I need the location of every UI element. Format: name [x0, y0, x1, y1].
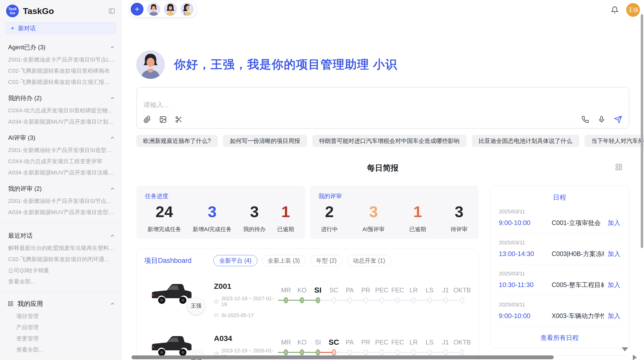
milestone-label: PEC	[374, 285, 390, 295]
send-icon[interactable]	[614, 115, 622, 124]
milestone-dot	[379, 297, 384, 303]
milestone: LS	[421, 285, 437, 304]
scissors-icon[interactable]	[175, 116, 183, 123]
attachment-icon[interactable]	[143, 116, 151, 123]
sidebar-item[interactable]: Z001-全新燃油轻卡产品开发项目SI造型提交物评审	[0, 147, 121, 153]
milestone: J1	[437, 285, 453, 304]
sidebar-item[interactable]: A034-全新新能源MUV产品开发项目法规符合性评审	[0, 170, 121, 175]
stat: 3 待评审	[451, 203, 467, 233]
milestone: MR	[278, 285, 294, 304]
stat: 3 AI预评审	[362, 203, 385, 233]
suggestion-chip[interactable]: 特朗普可能对进口汽车增税会对中国车企造成哪些影响	[312, 135, 466, 147]
recent-chat-item[interactable]: 查看全部...	[0, 279, 121, 284]
sidebar-item[interactable]: C02-飞腾新能源轻客改款项目立项汇报方案	[0, 79, 121, 85]
stat-label: 已逾期	[409, 226, 426, 233]
sidebar-item[interactable]: C0X4-动力总成开发项目SI里程碑提交物检查	[0, 108, 121, 113]
stat-value: 3	[362, 203, 385, 220]
insert-image-icon[interactable]	[159, 116, 167, 123]
new-chat-button[interactable]: 新对话	[6, 22, 116, 34]
schedule-item: 2025/03/11 13:00-14:30 C003|H0B-方案冻结评审 加…	[499, 234, 620, 265]
recent-chat-item[interactable]: 公司Q3轻卡销量	[0, 267, 121, 273]
milestone: PR	[358, 337, 374, 356]
app-item[interactable]: 产品管理	[0, 324, 121, 330]
sidebar-section-header[interactable]: 我的待办 (2)	[0, 94, 121, 102]
stat-label: 新增完成任务	[148, 226, 181, 233]
sidebar-item[interactable]: C0X4-动力总成开发项目工程变更评审	[0, 158, 121, 164]
recent-chat-item[interactable]: C02-飞腾新能源轻客改款项目的闭环通告反馈情况	[0, 256, 121, 262]
assistant-avatar	[136, 50, 165, 79]
contact-avatar-2[interactable]	[164, 3, 177, 16]
grid-icon	[8, 301, 13, 307]
milestone: SI	[310, 337, 326, 356]
suggestion-chip[interactable]: 当下年轻人对汽车外观有怎样的喜好趋势	[584, 135, 644, 147]
scroll-down-arrow[interactable]	[622, 347, 628, 351]
schedule-date: 2025/03/11	[499, 239, 620, 246]
milestone: PEC	[374, 337, 390, 356]
microphone-icon[interactable]	[598, 116, 605, 123]
horizontal-scrollbar[interactable]	[131, 355, 554, 359]
user-avatar[interactable]: 王强	[626, 3, 640, 17]
stat: 24 新增完成任务	[148, 203, 181, 233]
app-item[interactable]: 项目管理	[0, 313, 121, 319]
recent-chats-header[interactable]: 最近对话	[0, 232, 121, 240]
sidebar-item[interactable]: C02-飞腾新能源轻客改款项目里程碑画布	[0, 68, 121, 74]
filter-chip[interactable]: 动总开发 (1)	[347, 255, 391, 266]
join-meeting-link[interactable]: 加入	[608, 312, 620, 320]
sidebar-item[interactable]: Z001-全新燃油轻卡产品开发项目SI节点属性5D文件评审	[0, 198, 121, 204]
layout-grid-icon[interactable]	[615, 163, 623, 171]
app-item[interactable]: 查看全部...	[0, 347, 121, 353]
assistant-greeting-block: 你好，王强，我是你的项目管理助理 小识	[136, 50, 629, 79]
app-title: TaskGo	[23, 6, 108, 16]
app-item[interactable]: 变更管理	[0, 336, 121, 341]
divider	[0, 292, 121, 292]
contact-avatar-1[interactable]	[147, 3, 160, 16]
stat-card: 我的评审 2 进行中 3	[310, 186, 479, 239]
stat-value: 3	[451, 203, 467, 220]
filter-chip[interactable]: 年型 (2)	[310, 255, 343, 266]
notification-bell-icon[interactable]	[611, 6, 619, 14]
join-meeting-link[interactable]: 加入	[608, 219, 620, 227]
stat: 1 已逾期	[277, 203, 294, 233]
join-meeting-link[interactable]: 加入	[608, 281, 620, 289]
phone-icon[interactable]	[581, 116, 589, 123]
milestone-label: LS	[421, 285, 437, 295]
sidebar-collapse-icon[interactable]	[108, 8, 115, 14]
sidebar-section-header[interactable]: AI评审 (3)	[0, 134, 121, 142]
sidebar-section-header[interactable]: Agent已办 (3)	[0, 43, 121, 51]
vertical-scrollbar[interactable]	[641, 14, 643, 248]
view-all-schedule-link[interactable]: 查看所有日程	[499, 327, 620, 342]
milestone-dot	[396, 297, 400, 303]
suggestion-chip[interactable]: 如何写一份清晰的项目周报	[223, 135, 307, 147]
schedule-name: X003-车辆动力学性能验...	[552, 312, 604, 320]
stat: 1 已逾期	[409, 203, 426, 233]
sidebar-item[interactable]: A034-全新新能源MUV产品开发项目计划变更表编写	[0, 119, 121, 125]
milestone-timeline: MR	[278, 279, 471, 304]
main-area: 王强 你好，王强，我是你的项目管理助理 小识 请输入...	[122, 0, 644, 360]
add-contact-button[interactable]	[131, 3, 143, 16]
filter-chip[interactable]: 全新上装 (3)	[262, 255, 306, 266]
suggestion-chip[interactable]: 比亚迪全固态电池计划具体说了什么	[472, 135, 579, 147]
sidebar-item[interactable]: A034-全新新能源MUV产品开发项目造型可行性评审	[0, 209, 121, 215]
project-row[interactable]: 王强 Z001 2023-12-19 ~ 2027-01-19	[144, 279, 471, 318]
my-apps-header[interactable]: 我的应用	[0, 299, 121, 308]
plus-icon	[10, 26, 15, 31]
recent-chat-item[interactable]: 解释最新出台的欧盟报废车法规再生塑料比例被调至15%...	[0, 245, 121, 251]
suggestion-chip[interactable]: 欧洲新规最近颁布了什么?	[136, 135, 218, 147]
schedule-item: 2025/03/11 9:00-10:00 X003-车辆动力学性能验... 加…	[499, 296, 620, 327]
scroll-right-arrow[interactable]	[633, 355, 637, 360]
milestone-dot	[316, 349, 320, 355]
sidebar-item[interactable]: Z001-全新燃油皮卡产品开发项目SI节点Lesson Learn报告	[0, 57, 121, 63]
daily-briefing-header: 每日简报	[136, 163, 629, 173]
join-meeting-link[interactable]: 加入	[608, 250, 620, 258]
daily-briefing-title: 每日简报	[136, 163, 629, 173]
milestone: LR	[406, 337, 422, 356]
message-composer[interactable]: 请输入...	[136, 87, 629, 129]
milestone-dot	[332, 297, 336, 303]
contact-avatar-3[interactable]	[181, 3, 194, 16]
sidebar-section: 我的待办 (2) C0X4-动力总成开发项目SI里程碑提交物检查 A034-全新…	[0, 94, 121, 125]
sidebar-section-header[interactable]: 我的评审 (2)	[0, 185, 121, 193]
stat-card-title: 我的评审	[318, 192, 470, 200]
filter-chip[interactable]: 全新平台 (4)	[213, 255, 257, 266]
milestone-label: KO	[294, 337, 310, 347]
milestone: PA	[342, 285, 358, 304]
